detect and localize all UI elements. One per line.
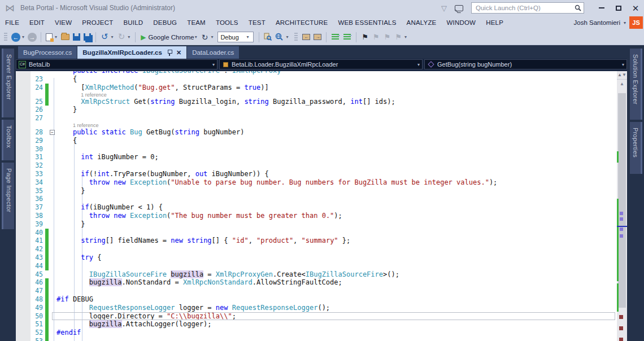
tool-window-button-1[interactable]: ← bbox=[302, 34, 310, 40]
breakpoint-margin[interactable] bbox=[16, 178, 31, 187]
minimize-button[interactable] bbox=[593, 2, 610, 14]
fold-margin[interactable] bbox=[49, 278, 56, 287]
line-number[interactable]: 43 bbox=[31, 253, 45, 262]
code-line[interactable]: 25 XmlRpcStruct Get(string Bugzilla_logi… bbox=[16, 98, 617, 106]
project-dropdown[interactable]: C# BetaLib ▾ bbox=[16, 59, 217, 69]
navigate-forward-button[interactable]: → bbox=[28, 33, 37, 42]
code-line[interactable]: 43 try { bbox=[16, 253, 617, 262]
code-line[interactable]: 34 throw new Exception("Unable to parse … bbox=[16, 178, 617, 187]
menu-item-edit[interactable]: EDIT bbox=[24, 17, 50, 28]
codelens-row[interactable]: 1 reference bbox=[16, 123, 617, 128]
save-button[interactable] bbox=[73, 33, 80, 41]
breakpoint-margin[interactable] bbox=[16, 237, 31, 245]
breakpoint-margin[interactable] bbox=[16, 98, 31, 106]
user-dropdown-caret-icon[interactable]: ▾ bbox=[624, 20, 626, 25]
line-number[interactable]: 37 bbox=[31, 203, 45, 212]
fold-margin[interactable] bbox=[49, 329, 56, 337]
line-number[interactable]: 39 bbox=[31, 220, 45, 229]
line-number[interactable] bbox=[31, 71, 45, 75]
fold-margin[interactable] bbox=[49, 98, 56, 106]
fold-margin[interactable] bbox=[49, 195, 56, 203]
fold-margin[interactable] bbox=[49, 295, 56, 304]
code-line[interactable]: 46 bugzilla.NonStandard = XmlRpcNonStand… bbox=[16, 278, 617, 287]
sidebar-tab-page-inspector[interactable]: Page Inspector bbox=[2, 163, 14, 229]
navigate-back-caret-icon[interactable]: ▾ bbox=[22, 34, 24, 40]
tool-window-button-2[interactable]: → bbox=[314, 34, 321, 40]
code-line[interactable]: 29 { bbox=[16, 137, 617, 145]
line-number[interactable]: 47 bbox=[31, 287, 45, 295]
fold-margin[interactable] bbox=[49, 245, 56, 253]
close-button[interactable]: ✕ bbox=[627, 2, 644, 14]
fold-margin[interactable] bbox=[49, 145, 56, 154]
fold-margin[interactable] bbox=[49, 106, 56, 114]
maximize-button[interactable] bbox=[610, 2, 627, 14]
filter-icon[interactable]: ▽ bbox=[441, 4, 447, 12]
menu-item-build[interactable]: BUILD bbox=[118, 17, 148, 28]
refresh-caret-icon[interactable]: ▾ bbox=[211, 34, 213, 40]
breakpoint-margin[interactable] bbox=[16, 329, 31, 337]
next-bookmark-button[interactable]: ⚑ bbox=[384, 33, 391, 41]
pin-tab-icon[interactable] bbox=[167, 49, 172, 56]
code-line[interactable]: 27 bbox=[16, 114, 617, 123]
breakpoint-margin[interactable] bbox=[16, 84, 31, 92]
save-all-button[interactable] bbox=[84, 33, 91, 41]
menu-item-analyze[interactable]: ANALYZE bbox=[402, 17, 442, 28]
browse-with-caret-icon[interactable]: ▾ bbox=[286, 34, 288, 40]
line-number[interactable]: 36 bbox=[31, 195, 45, 203]
menu-item-debug[interactable]: DEBUG bbox=[148, 17, 182, 28]
breakpoint-margin[interactable] bbox=[16, 304, 31, 312]
code-line[interactable]: 49 RequestResponseLogger logger = new Re… bbox=[16, 304, 617, 312]
codelens-row[interactable]: 1 reference bbox=[16, 92, 617, 98]
code-line[interactable]: 44 bbox=[16, 262, 617, 270]
code-line[interactable]: 41 string[] fieldNames = new string[] { … bbox=[16, 237, 617, 245]
fold-margin[interactable] bbox=[49, 71, 56, 75]
line-number[interactable]: 48 bbox=[31, 295, 45, 304]
line-number[interactable]: 35 bbox=[31, 187, 45, 195]
doc-tab-dataloader-cs[interactable]: DataLoader.cs bbox=[187, 46, 239, 59]
breakpoint-margin[interactable] bbox=[16, 170, 31, 178]
fold-margin[interactable] bbox=[49, 287, 56, 295]
code-line[interactable]: 51 bugzilla.AttachLogger(logger); bbox=[16, 320, 617, 329]
line-number[interactable]: 45 bbox=[31, 270, 45, 279]
vertical-scrollbar[interactable]: ▲▼ ▲ bbox=[617, 71, 627, 341]
fold-margin[interactable] bbox=[49, 262, 56, 270]
line-number[interactable]: 46 bbox=[31, 278, 45, 287]
breakpoint-margin[interactable] bbox=[16, 137, 31, 145]
code-line[interactable]: 32 bbox=[16, 161, 617, 170]
new-file-button[interactable] bbox=[46, 33, 53, 41]
breakpoint-margin[interactable] bbox=[16, 320, 31, 329]
fold-margin[interactable] bbox=[49, 220, 56, 229]
line-number[interactable]: 50 bbox=[31, 312, 45, 321]
splitter-handle-icon[interactable]: ▲▼ bbox=[617, 71, 627, 80]
breakpoint-margin[interactable] bbox=[16, 123, 31, 128]
fold-margin[interactable] bbox=[49, 212, 56, 220]
fold-margin[interactable] bbox=[49, 237, 56, 245]
code-line[interactable]: 38 throw new Exception("The bug number m… bbox=[16, 212, 617, 220]
line-number[interactable] bbox=[31, 123, 45, 128]
decrease-indent-button[interactable] bbox=[332, 34, 339, 40]
line-number[interactable]: 29 bbox=[31, 137, 45, 145]
code-line[interactable]: 53 bbox=[16, 337, 617, 341]
fold-margin[interactable] bbox=[49, 320, 56, 329]
breakpoint-margin[interactable] bbox=[16, 278, 31, 287]
menu-item-test[interactable]: TEST bbox=[243, 17, 271, 28]
find-in-files-button[interactable] bbox=[264, 33, 272, 42]
fold-margin[interactable] bbox=[49, 92, 56, 98]
breakpoint-margin[interactable] bbox=[16, 145, 31, 154]
breakpoint-margin[interactable] bbox=[16, 153, 31, 161]
fold-margin[interactable] bbox=[49, 114, 56, 123]
menu-item-view[interactable]: VIEW bbox=[50, 17, 77, 28]
line-number[interactable]: 51 bbox=[31, 320, 45, 329]
start-debug-play-icon[interactable]: ▶ bbox=[141, 34, 146, 41]
code-line[interactable]: 47 bbox=[16, 287, 617, 295]
code-line[interactable]: 45 IBugZillaSourceFire bugzilla = XmlRpc… bbox=[16, 270, 617, 279]
toolbar-grip-handle[interactable] bbox=[294, 33, 298, 42]
code-line[interactable]: 40 bbox=[16, 229, 617, 237]
code-line[interactable]: 24 [XmlRpcMethod("Bug.get", StructParams… bbox=[16, 84, 617, 92]
fold-margin[interactable] bbox=[49, 178, 56, 187]
line-number[interactable]: 52 bbox=[31, 329, 45, 337]
browser-select-caret-icon[interactable]: ▾ bbox=[195, 34, 197, 40]
solution-configuration-combo[interactable]: Debug ▾ bbox=[217, 32, 254, 42]
line-number[interactable]: 41 bbox=[31, 237, 45, 245]
sidebar-tab-properties[interactable]: Properties bbox=[630, 122, 642, 174]
